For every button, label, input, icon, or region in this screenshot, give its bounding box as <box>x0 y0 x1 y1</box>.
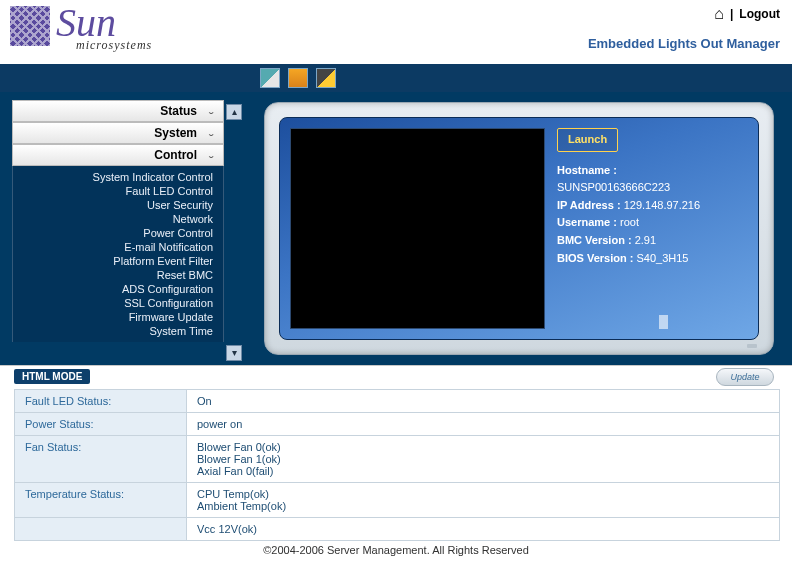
separator: | <box>730 7 733 21</box>
chevron-icon: ⌄ <box>207 152 215 159</box>
status-label <box>15 518 187 541</box>
accordion-label: Control <box>154 148 197 162</box>
console-panel: Launch Hostname : SUNSP00163666C223 IP A… <box>264 102 774 355</box>
accordion-label: Status <box>160 104 197 118</box>
sidebar-item[interactable]: Platform Event Filter <box>13 254 223 268</box>
console-info: Launch Hostname : SUNSP00163666C223 IP A… <box>557 128 748 329</box>
table-row: Vcc 12V(ok) <box>15 518 780 541</box>
bmc-value: 2.91 <box>635 234 656 246</box>
sidebar-item[interactable]: System Indicator Control <box>13 170 223 184</box>
brand-text: Sun microsystems <box>56 6 152 53</box>
sidebar-item[interactable]: System Time <box>13 324 223 338</box>
mode-row: HTML MODE Update <box>0 365 792 387</box>
sidebar-item[interactable]: ADS Configuration <box>13 282 223 296</box>
sidebar-item[interactable]: Firmware Update <box>13 310 223 324</box>
bmc-label: BMC Version : <box>557 234 632 246</box>
status-value-line: CPU Temp(ok) <box>197 488 769 500</box>
brand-logo: Sun microsystems <box>10 6 152 53</box>
status-value: Blower Fan 0(ok) Blower Fan 1(ok) Axial … <box>187 436 780 483</box>
bmc-line: BMC Version : 2.91 <box>557 232 748 250</box>
username-label: Username : <box>557 216 617 228</box>
sidebar-item[interactable]: Fault LED Control <box>13 184 223 198</box>
accordion-label: System <box>154 126 197 140</box>
console-screen[interactable] <box>290 128 545 329</box>
hostname-line: Hostname : <box>557 162 748 180</box>
status-value-line: On <box>197 395 769 407</box>
status-label: Temperature Status: <box>15 483 187 518</box>
accordion-status[interactable]: Status ⌄ <box>12 100 224 122</box>
username-value: root <box>620 216 639 228</box>
username-line: Username : root <box>557 214 748 232</box>
status-value: On <box>187 390 780 413</box>
accordion-control[interactable]: Control ⌄ <box>12 144 224 166</box>
update-button[interactable]: Update <box>716 368 774 386</box>
ip-label: IP Address : <box>557 199 621 211</box>
status-label: Fault LED Status: <box>15 390 187 413</box>
status-value-line: Axial Fan 0(fail) <box>197 465 769 477</box>
status-value: CPU Temp(ok) Ambient Temp(ok) <box>187 483 780 518</box>
sidebar-item[interactable]: Network <box>13 212 223 226</box>
scroll-down-icon[interactable]: ▾ <box>226 345 242 361</box>
status-label: Power Status: <box>15 413 187 436</box>
main: Status ⌄ System ⌄ Control ⌄ System Indic… <box>0 92 792 365</box>
hostname-label: Hostname : <box>557 164 617 176</box>
bios-label: BIOS Version : <box>557 252 633 264</box>
tool-contrast-icon[interactable] <box>316 68 336 88</box>
tool-monitor-icon[interactable] <box>260 68 280 88</box>
tool-orange-icon[interactable] <box>288 68 308 88</box>
table-row: Temperature Status: CPU Temp(ok) Ambient… <box>15 483 780 518</box>
status-value-line: Ambient Temp(ok) <box>197 500 769 512</box>
header: Sun microsystems ⌂ | Logout Embedded Lig… <box>0 0 792 64</box>
status-value-line: Vcc 12V(ok) <box>197 523 769 535</box>
toolbar <box>0 64 792 92</box>
sidebar-item[interactable]: SSL Configuration <box>13 296 223 310</box>
sun-logo-icon <box>10 6 50 46</box>
status-table: Fault LED Status: On Power Status: power… <box>14 389 780 541</box>
sidebar-item[interactable]: Power Control <box>13 226 223 240</box>
sidebar-item[interactable]: E-mail Notification <box>13 240 223 254</box>
product-title: Embedded Lights Out Manager <box>588 36 780 51</box>
sidebar-item[interactable]: Reset BMC <box>13 268 223 282</box>
ip-value: 129.148.97.216 <box>624 199 700 211</box>
accordion-system[interactable]: System ⌄ <box>12 122 224 144</box>
sidebar-item[interactable]: User Security <box>13 198 223 212</box>
home-icon[interactable]: ⌂ <box>714 6 724 22</box>
status-value-line: power on <box>197 418 769 430</box>
scroll-up-icon[interactable]: ▴ <box>226 104 242 120</box>
chevron-icon: ⌄ <box>207 130 215 137</box>
brand-main: Sun <box>56 6 152 40</box>
sidebar-wrap: Status ⌄ System ⌄ Control ⌄ System Indic… <box>0 92 224 365</box>
bios-line: BIOS Version : S40_3H15 <box>557 250 748 268</box>
status-value: Vcc 12V(ok) <box>187 518 780 541</box>
table-row: Power Status: power on <box>15 413 780 436</box>
table-row: Fan Status: Blower Fan 0(ok) Blower Fan … <box>15 436 780 483</box>
mode-tab[interactable]: HTML MODE <box>14 369 90 384</box>
chevron-icon: ⌄ <box>207 108 215 115</box>
console-inner: Launch Hostname : SUNSP00163666C223 IP A… <box>279 117 759 340</box>
brand-sub: microsystems <box>76 38 152 53</box>
launch-button[interactable]: Launch <box>557 128 618 152</box>
power-led-icon <box>747 344 757 348</box>
hostname-value: SUNSP00163666C223 <box>557 179 748 197</box>
table-row: Fault LED Status: On <box>15 390 780 413</box>
bios-value: S40_3H15 <box>636 252 688 264</box>
ip-line: IP Address : 129.148.97.216 <box>557 197 748 215</box>
status-value: power on <box>187 413 780 436</box>
logout-link[interactable]: Logout <box>739 7 780 21</box>
footer: ©2004-2006 Server Management. All Rights… <box>0 541 792 556</box>
sidebar: Status ⌄ System ⌄ Control ⌄ System Indic… <box>12 100 224 365</box>
control-menu: System Indicator Control Fault LED Contr… <box>12 166 224 342</box>
header-right: ⌂ | Logout Embedded Lights Out Manager <box>588 6 780 51</box>
status-value-line: Blower Fan 1(ok) <box>197 453 769 465</box>
status-label: Fan Status: <box>15 436 187 483</box>
progress-indicator <box>659 315 668 329</box>
status-value-line: Blower Fan 0(ok) <box>197 441 769 453</box>
sidebar-scroll: ▴ ▾ <box>224 92 244 365</box>
